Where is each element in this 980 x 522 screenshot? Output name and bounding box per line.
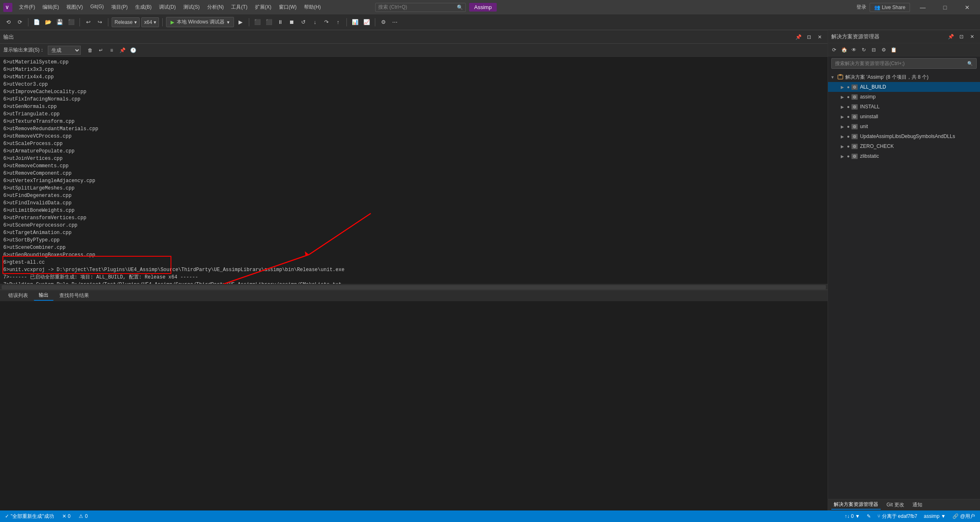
se-item-zlibstatic[interactable]: ▶ ● ⚙ zlibstatic xyxy=(828,151,980,161)
close-button[interactable]: ✕ xyxy=(958,0,977,14)
output-line: 6>utMatrix4x4.cpp xyxy=(3,73,824,81)
se-close-btn[interactable]: ✕ xyxy=(968,32,977,41)
output-content[interactable]: 6>utMaterialSystem.cpp 6>utMatrix3x3.cpp… xyxy=(0,57,828,284)
menu-edit[interactable]: 编辑(E) xyxy=(39,2,62,12)
output-line: 6>utTextureTransform.cpp xyxy=(3,118,824,125)
se-search-bar[interactable]: 搜索解决方案资源管理器(Ctrl+;) 🔍 xyxy=(831,58,977,69)
se-collapse-btn[interactable]: ⊟ xyxy=(869,45,878,54)
toolbar-restart-btn[interactable]: ↺ xyxy=(299,17,309,27)
se-item-install[interactable]: ▶ ● ⚙ INSTALL xyxy=(828,102,980,112)
se-item-zero-check[interactable]: ▶ ● ⚙ ZERO_CHECK xyxy=(828,141,980,151)
search-placeholder: 搜索 (Ctrl+Q) xyxy=(378,4,407,11)
menu-git[interactable]: Git(G) xyxy=(87,2,107,12)
toolbar-config-btn[interactable]: ⚙ xyxy=(379,17,388,27)
se-item-unit[interactable]: ▶ ● ⚙ unit xyxy=(828,122,980,131)
menu-file[interactable]: 文件(F) xyxy=(16,2,38,12)
output-line: 7>Building Custom Rule D:/project/Test/P… xyxy=(3,281,824,284)
line-info-label: ↑↓ 0 ▼ xyxy=(844,513,860,519)
se-item-update-assimp[interactable]: ▶ ● ⚙ UpdateAssimpLibsDebugSymbolsAndDLL… xyxy=(828,131,980,141)
output-close-btn[interactable]: ✕ xyxy=(815,33,824,42)
config-dropdown[interactable]: Release ▾ xyxy=(112,17,140,27)
tab-find-symbols[interactable]: 查找符号结果 xyxy=(54,291,94,301)
status-errors[interactable]: ✕ 0 xyxy=(61,513,73,519)
wrap-output-btn[interactable]: ↵ xyxy=(96,46,105,55)
source-label: 显示输出来源(S)： xyxy=(3,47,44,54)
toolbar-pause-btn[interactable]: ⏸ xyxy=(276,17,285,27)
toolbar-step-btn[interactable]: ⬛ xyxy=(264,17,274,27)
se-preview-btn[interactable]: 📋 xyxy=(889,45,898,54)
minimize-button[interactable]: — xyxy=(913,0,932,14)
se-float-btn[interactable]: ⊡ xyxy=(957,32,966,41)
toolbar-debug-btn[interactable]: ⬛ xyxy=(253,17,262,27)
status-live-share[interactable]: 🔗 @用户 xyxy=(951,513,977,520)
output-line: 6>utTriangulate.cpp xyxy=(3,110,824,118)
output-hscrollbar[interactable] xyxy=(0,284,828,290)
maximize-button[interactable]: □ xyxy=(936,0,954,14)
toolbar-step-out[interactable]: ↑ xyxy=(333,17,343,27)
toolbar-stop-btn[interactable]: ⏹ xyxy=(287,17,297,27)
se-show-all-btn[interactable]: 👁 xyxy=(849,45,858,54)
toolbar-open-btn[interactable]: 📂 xyxy=(43,17,53,27)
menu-debug[interactable]: 调试(D) xyxy=(156,2,179,12)
output-line: 6>utScaleProcess.cpp xyxy=(3,140,824,147)
pin-output-btn[interactable]: 📌 xyxy=(118,46,127,55)
toolbar-perf-btn[interactable]: 📊 xyxy=(350,17,360,27)
se-pin-btn[interactable]: 📌 xyxy=(946,32,955,41)
toolbar-sep-5 xyxy=(249,18,249,26)
time-output-btn[interactable]: 🕐 xyxy=(129,46,138,55)
se-item-all-build[interactable]: ▶ ● ⚙ ALL_BUILD xyxy=(828,82,980,92)
toolbar-back-btn[interactable]: ⟲ xyxy=(3,17,13,27)
source-select[interactable]: 生成 xyxy=(48,46,81,55)
menu-analyze[interactable]: 分析(N) xyxy=(204,2,227,12)
output-line: 6>utSceneCombiner.cpp xyxy=(3,244,824,251)
menu-project[interactable]: 项目(P) xyxy=(108,2,131,12)
se-item-assimp[interactable]: ▶ ● ⚙ assimp xyxy=(828,92,980,102)
se-home-btn[interactable]: 🏠 xyxy=(840,45,849,54)
clear-output-btn[interactable]: 🗑 xyxy=(86,46,95,55)
status-project[interactable]: assimp ▼ xyxy=(922,513,947,519)
run-button[interactable]: ▶ 本地 Windows 调试器 ▾ xyxy=(166,17,234,27)
se-root-item[interactable]: ▼ 解决方案 'Assimp' (8 个项目，共 8 个) xyxy=(828,72,980,82)
output-float-btn[interactable]: ⊡ xyxy=(805,33,814,42)
se-footer-tab-explorer[interactable]: 解决方案资源管理器 xyxy=(831,500,881,510)
toolbar-step-into[interactable]: ↓ xyxy=(310,17,320,27)
output-line: 6>utPretransformVertices.cpp xyxy=(3,214,824,222)
se-footer-tab-notifications[interactable]: 通知 xyxy=(910,501,925,509)
menu-test[interactable]: 测试(S) xyxy=(180,2,203,12)
se-tree: ▼ 解决方案 'Assimp' (8 个项目，共 8 个) ▶ ● ⚙ ALL_… xyxy=(828,70,980,499)
tab-errors[interactable]: 错误列表 xyxy=(3,291,33,301)
status-warnings[interactable]: ⚠ 0 xyxy=(77,513,89,519)
status-build-result[interactable]: ✓ "全部重新生成"成功 xyxy=(3,513,56,520)
menu-build[interactable]: 生成(B) xyxy=(132,2,155,12)
se-sync-btn[interactable]: ⟳ xyxy=(830,45,839,54)
search-box[interactable]: 搜索 (Ctrl+Q) 🔍 xyxy=(375,3,466,12)
status-edit-icon[interactable]: ✎ xyxy=(865,513,872,519)
toolbar-save-all-btn[interactable]: ⬛ xyxy=(66,17,76,27)
se-item-uninstall[interactable]: ▶ ● ⚙ uninstall xyxy=(828,112,980,122)
toolbar-play-btn[interactable]: ▶ xyxy=(236,17,246,27)
toolbar-step-over[interactable]: ↷ xyxy=(322,17,332,27)
tab-output[interactable]: 输出 xyxy=(34,291,54,301)
toolbar-save-btn[interactable]: 💾 xyxy=(55,17,65,27)
status-line-info[interactable]: ↑↓ 0 ▼ xyxy=(843,513,861,519)
toolbar-undo-btn[interactable]: ↩ xyxy=(83,17,93,27)
status-branch[interactable]: ⑂ 分离于 edaf7fb7 xyxy=(876,513,919,520)
output-pin-btn[interactable]: 📌 xyxy=(794,33,803,42)
toolbar-more-btn[interactable]: ⋯ xyxy=(390,17,400,27)
dot-icon: ● xyxy=(847,144,850,149)
login-label[interactable]: 登录 xyxy=(856,4,866,11)
menu-view[interactable]: 视图(V) xyxy=(63,2,86,12)
hscroll-track xyxy=(2,285,826,289)
se-refresh-btn[interactable]: ↻ xyxy=(859,45,868,54)
output-title: 输出 xyxy=(3,33,14,41)
line-toggle-btn[interactable]: ≡ xyxy=(107,46,116,55)
toolbar-new-btn[interactable]: 📄 xyxy=(32,17,42,27)
toolbar-diag-btn[interactable]: 📈 xyxy=(362,17,372,27)
se-properties-btn[interactable]: ⚙ xyxy=(879,45,888,54)
live-share-button[interactable]: 👥 Live Share xyxy=(870,3,910,12)
toolbar-forward-btn[interactable]: ⟳ xyxy=(15,17,25,27)
se-footer-tab-git[interactable]: Git 更改 xyxy=(884,501,907,509)
platform-dropdown[interactable]: x64 ▾ xyxy=(141,17,159,27)
output-line: 6>gtest-all.cc xyxy=(3,259,824,266)
toolbar-redo-btn[interactable]: ↪ xyxy=(95,17,105,27)
